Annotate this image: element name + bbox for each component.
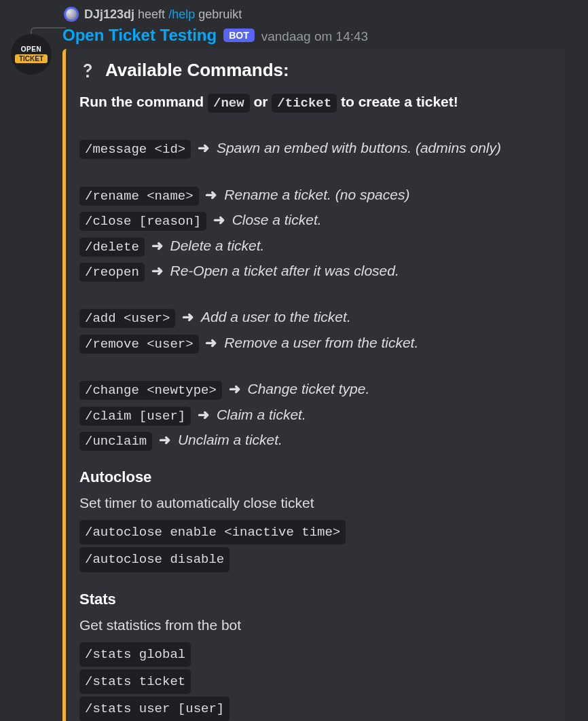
command-line: /close [reason] ➜ Close a ticket. bbox=[79, 208, 551, 232]
embed: Available Commands: Run the command /new… bbox=[62, 49, 565, 721]
arrow-icon: ➜ bbox=[194, 140, 214, 155]
command-description: Close a ticket. bbox=[232, 212, 322, 227]
command-line: /change <newtype> ➜ Change ticket type. bbox=[79, 377, 551, 401]
reply-command: /help bbox=[168, 7, 195, 21]
command-code: /rename <name> bbox=[79, 187, 199, 206]
command-line: /message <id> ➜ Spawn an embed with butt… bbox=[79, 136, 551, 160]
section-code-line: /stats global bbox=[79, 641, 551, 668]
group-gap bbox=[79, 284, 551, 303]
bot-avatar[interactable]: OPEN TICKET bbox=[11, 34, 52, 75]
bot-username[interactable]: Open Ticket Testing bbox=[62, 26, 217, 45]
command-code: /close [reason] bbox=[79, 212, 206, 231]
intro-cmd-new: /new bbox=[208, 94, 250, 113]
intro-cmd-ticket: /ticket bbox=[272, 94, 337, 113]
arrow-icon: ➜ bbox=[155, 432, 175, 447]
embed-title-row: Available Commands: bbox=[79, 60, 551, 81]
command-description: Claim a ticket. bbox=[217, 407, 306, 422]
section-code: /stats global bbox=[79, 642, 191, 667]
section-code: /autoclose enable <inactive time> bbox=[79, 520, 346, 544]
reply-user-avatar bbox=[64, 7, 79, 22]
arrow-icon: ➜ bbox=[225, 381, 245, 396]
command-line: /rename <name> ➜ Rename a ticket. (no sp… bbox=[79, 183, 551, 206]
arrow-icon: ➜ bbox=[194, 407, 214, 422]
command-line: /reopen ➜ Re-Open a ticket after it was … bbox=[79, 259, 551, 282]
group-gap bbox=[79, 356, 551, 375]
command-line: /claim [user] ➜ Claim a ticket. bbox=[79, 403, 551, 426]
command-description: Re-Open a ticket after it was closed. bbox=[170, 263, 399, 278]
avatar-text-bottom: TICKET bbox=[15, 54, 48, 63]
command-line: /remove <user> ➜ Remove a user from the … bbox=[79, 331, 551, 354]
section-subtitle: Set timer to automatically close ticket bbox=[79, 492, 551, 515]
section-heading: Autoclose bbox=[79, 465, 551, 489]
command-code: /reopen bbox=[79, 263, 145, 282]
reply-username: DJj123dj bbox=[84, 7, 134, 21]
avatar-text-top: OPEN bbox=[21, 45, 41, 53]
intro-line: Run the command /new or /ticket to creat… bbox=[79, 90, 551, 113]
command-description: Spawn an embed with buttons. (admins onl… bbox=[217, 140, 501, 155]
command-description: Delete a ticket. bbox=[170, 238, 265, 253]
arrow-icon: ➜ bbox=[209, 212, 229, 227]
command-line: /delete ➜ Delete a ticket. bbox=[79, 234, 551, 257]
group-gap bbox=[79, 162, 551, 181]
group-gap bbox=[79, 115, 551, 134]
reply-preview[interactable]: DJj123dj heeft /help gebruikt bbox=[64, 7, 577, 22]
command-code: /change <newtype> bbox=[79, 381, 222, 400]
command-code: /claim [user] bbox=[79, 407, 191, 426]
section-code: /stats user [user] bbox=[79, 697, 229, 721]
section-subtitle: Get statistics from the bot bbox=[79, 614, 551, 637]
avatar-column: OPEN TICKET bbox=[11, 7, 52, 721]
arrow-icon: ➜ bbox=[202, 335, 222, 350]
section-heading: Stats bbox=[79, 587, 551, 611]
command-description: Change ticket type. bbox=[248, 381, 370, 396]
message-content: DJj123dj heeft /help gebruikt Open Ticke… bbox=[62, 7, 577, 721]
command-description: Remove a user from the ticket. bbox=[224, 335, 418, 350]
command-description: Add a user to the ticket. bbox=[201, 309, 351, 325]
message: OPEN TICKET DJj123dj heeft /help gebruik… bbox=[0, 0, 588, 721]
command-line: /add <user> ➜ Add a user to the ticket. bbox=[79, 306, 551, 329]
embed-title: Available Commands: bbox=[105, 60, 289, 81]
command-code: /unclaim bbox=[79, 432, 152, 451]
embed-description: Run the command /new or /ticket to creat… bbox=[79, 90, 551, 721]
section-code: /stats ticket bbox=[79, 669, 191, 694]
section-code: /autoclose disable bbox=[79, 547, 229, 572]
command-code: /message <id> bbox=[79, 140, 191, 159]
arrow-icon: ➜ bbox=[202, 187, 222, 202]
command-description: Rename a ticket. (no spaces) bbox=[224, 187, 409, 202]
message-header: Open Ticket Testing BOT vandaag om 14:43 bbox=[62, 26, 577, 45]
message-timestamp: vandaag om 14:43 bbox=[261, 29, 368, 44]
arrow-icon: ➜ bbox=[147, 238, 168, 253]
command-code: /add <user> bbox=[79, 309, 175, 328]
command-line: /unclaim ➜ Unclaim a ticket. bbox=[79, 428, 551, 451]
reply-text: DJj123dj heeft /help gebruikt bbox=[84, 7, 242, 22]
command-code: /delete bbox=[79, 238, 145, 257]
section-code-line: /autoclose enable <inactive time> bbox=[79, 519, 551, 546]
command-code: /remove <user> bbox=[79, 335, 199, 354]
question-icon bbox=[79, 62, 96, 79]
arrow-icon: ➜ bbox=[147, 263, 168, 278]
section-code-line: /stats user [user] bbox=[79, 695, 551, 721]
command-description: Unclaim a ticket. bbox=[178, 432, 282, 447]
arrow-icon: ➜ bbox=[178, 309, 198, 325]
section-code-line: /stats ticket bbox=[79, 668, 551, 695]
bot-badge: BOT bbox=[223, 29, 255, 42]
section-code-line: /autoclose disable bbox=[79, 546, 551, 573]
